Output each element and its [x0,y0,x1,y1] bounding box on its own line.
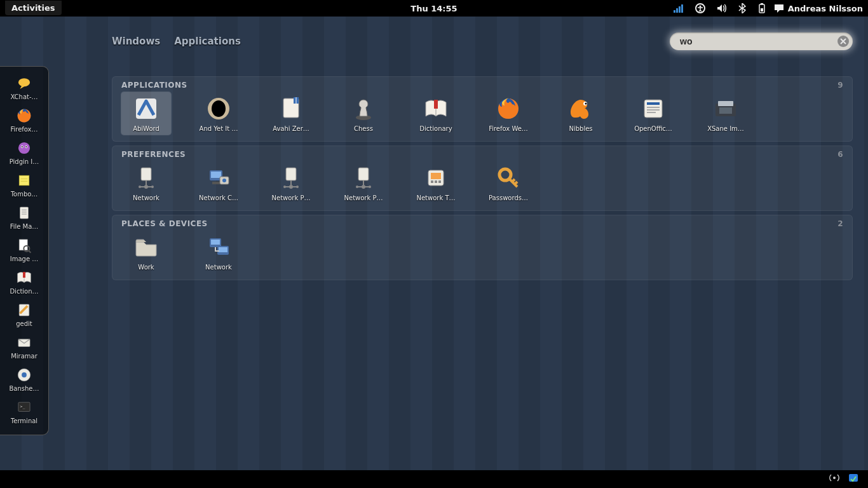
svg-text:>_: >_ [20,404,25,409]
app-label: Chess [354,125,373,132]
app-launcher[interactable]: Passwords… [484,161,533,204]
svg-point-30 [22,372,27,377]
app-label: Nibbles [569,125,592,132]
app-launcher[interactable]: Network [121,161,171,204]
app-launcher[interactable]: XSane Im… [701,92,750,135]
activities-button[interactable]: Activities [5,1,62,15]
dash-item[interactable]: Tombo… [0,169,48,201]
svg-point-11 [18,142,30,154]
dash-item[interactable]: Image … [0,234,48,266]
svg-point-68 [369,186,371,188]
dash-item[interactable]: File Ma… [0,201,48,234]
app-launcher[interactable]: Network T… [411,161,461,204]
svg-rect-45 [647,102,660,105]
image-icon [15,236,33,254]
app-launcher[interactable]: Network C… [194,161,243,204]
section-places-count: 2 [837,219,843,228]
tray-network-icon[interactable] [829,473,840,485]
dash-item-label: Firefox… [10,126,37,133]
network-conn-icon [205,164,233,192]
tray-sync-icon[interactable] [848,473,859,485]
app-launcher[interactable]: Dictionary [411,92,461,135]
app-launcher[interactable]: Network [194,231,243,273]
pidgin-icon [15,139,33,157]
battery-icon[interactable] [757,3,766,13]
user-menu[interactable]: Andreas Nilsson [774,4,863,13]
app-launcher[interactable]: Avahi Zer… [266,92,316,135]
svg-point-43 [585,103,587,105]
mail-icon [15,334,33,351]
dash-item-label: Terminal [11,417,37,424]
network-icon [132,164,160,192]
search-clear-icon[interactable] [837,36,849,47]
svg-point-79 [833,477,836,479]
section-preferences: PREFERENCES 6 NetworkNetwork C…Network P… [112,146,853,211]
note-icon [15,172,33,189]
dash-item[interactable]: gedit [0,299,48,331]
section-applications: APPLICATIONS 9 AbiWordAnd Yet It …Avahi … [112,76,853,142]
dash-item[interactable]: >_Terminal [0,396,48,428]
svg-rect-0 [674,10,675,13]
search-input[interactable] [679,36,837,47]
dash-item[interactable]: Banshe… [0,363,48,396]
app-label: Network [205,264,232,271]
app-launcher[interactable]: Firefox We… [484,92,533,135]
svg-rect-40 [434,100,438,109]
keys-icon [494,164,522,192]
app-launcher[interactable]: Work [121,231,171,273]
svg-rect-61 [286,168,296,180]
section-preferences-title: PREFERENCES [121,150,186,159]
svg-rect-26 [23,272,25,278]
app-launcher[interactable]: And Yet It … [194,92,243,135]
app-launcher[interactable]: Network P… [339,161,388,204]
dash-item[interactable]: XChat-… [0,72,48,104]
app-launcher[interactable]: AbiWord [121,92,171,135]
app-label: Avahi Zer… [273,125,309,132]
svg-rect-8 [761,8,763,11]
dash-item[interactable]: Firefox… [0,104,48,137]
svg-rect-3 [681,4,683,13]
app-launcher[interactable]: Nibbles [556,92,606,135]
dash-item[interactable]: Miramar [0,331,48,363]
svg-rect-78 [219,247,227,252]
svg-rect-1 [676,8,678,13]
dash-item-label: Diction… [10,288,38,295]
app-launcher[interactable]: Network P… [266,161,316,204]
dictionary-icon [422,95,450,123]
dash-item[interactable]: Diction… [0,266,48,299]
svg-point-5 [699,6,701,8]
svg-rect-20 [22,210,27,210]
network-place-icon [205,233,233,261]
clock[interactable]: Thu 14:55 [410,4,457,13]
search-field[interactable] [670,32,853,50]
app-launcher[interactable]: OpenOffic… [628,92,678,135]
dash-item-label: XChat-… [10,93,37,100]
svg-rect-72 [435,180,437,183]
svg-point-60 [222,179,226,182]
app-launcher[interactable]: Chess [339,92,388,135]
volume-icon[interactable] [717,4,727,13]
app-label: Network P… [272,194,311,201]
dash-item[interactable]: Pidgin I… [0,137,48,169]
svg-point-55 [151,186,154,188]
app-label: Firefox We… [489,125,528,132]
dash-item-label: Pidgin I… [10,158,39,165]
user-name-label: Andreas Nilsson [788,4,863,13]
svg-rect-46 [647,107,660,108]
tab-windows[interactable]: Windows [112,36,160,47]
accessibility-icon[interactable] [695,3,705,13]
network-signal-icon[interactable] [674,4,684,13]
status-icons [674,3,766,13]
network-tools-icon [422,164,450,192]
section-places-title: PLACES & DEVICES [121,219,208,228]
svg-rect-71 [431,180,433,183]
nibbles-icon [567,95,595,123]
bluetooth-icon[interactable] [738,3,746,13]
app-label: OpenOffic… [634,125,672,132]
svg-rect-73 [438,180,441,183]
svg-rect-52 [141,168,151,180]
dash-item-label: Banshe… [9,385,39,392]
svg-rect-50 [718,101,733,106]
tab-applications[interactable]: Applications [174,36,241,47]
app-label: Passwords… [489,194,528,201]
